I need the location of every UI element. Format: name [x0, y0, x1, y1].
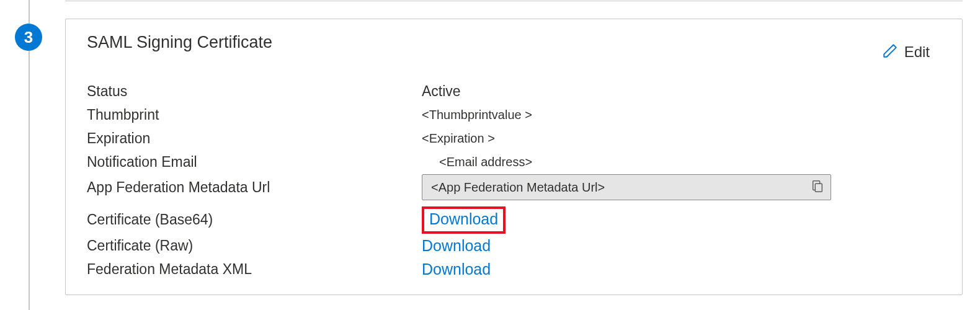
label-cert-base64: Certificate (Base64) — [87, 211, 422, 228]
value-cert-base64: Download — [422, 206, 506, 234]
download-highlight: Download — [422, 206, 506, 234]
download-cert-base64-link[interactable]: Download — [429, 210, 498, 228]
label-cert-raw: Certificate (Raw) — [87, 237, 422, 254]
value-fed-xml: Download — [422, 260, 491, 278]
edit-label: Edit — [904, 43, 930, 61]
divider — [65, 0, 963, 1]
edit-button[interactable]: Edit — [882, 43, 930, 61]
saml-signing-certificate-card: SAML Signing Certificate Edit Status Act… — [65, 19, 963, 295]
metadata-url-field[interactable]: <App Federation Metadata Url> — [422, 174, 831, 200]
label-status: Status — [87, 83, 422, 100]
download-fed-xml-link[interactable]: Download — [422, 260, 491, 278]
copy-button[interactable] — [809, 179, 826, 195]
svg-rect-0 — [815, 184, 822, 192]
label-fed-xml: Federation Metadata XML — [87, 261, 422, 278]
step-number: 3 — [24, 28, 33, 47]
field-rows: Status Active Thumbprint <Thumbprintvalu… — [87, 80, 941, 281]
label-notification-email: Notification Email — [87, 154, 422, 170]
step-badge: 3 — [15, 24, 42, 51]
pencil-icon — [882, 43, 898, 61]
value-expiration: <Expiration > — [422, 131, 495, 146]
row-fed-xml: Federation Metadata XML Download — [87, 259, 941, 281]
row-cert-raw: Certificate (Raw) Download — [87, 235, 941, 257]
value-thumbprint: <Thumbprintvalue > — [422, 108, 532, 122]
row-notification-email: Notification Email <Email address> — [87, 151, 941, 173]
row-cert-base64: Certificate (Base64) Download — [87, 206, 941, 234]
value-status: Active — [422, 83, 461, 100]
value-cert-raw: Download — [422, 237, 491, 255]
copy-icon — [811, 179, 824, 196]
row-thumbprint: Thumbprint <Thumbprintvalue > — [87, 104, 941, 126]
download-cert-raw-link[interactable]: Download — [422, 237, 491, 254]
value-notification-email: <Email address> — [422, 155, 532, 169]
card-title: SAML Signing Certificate — [87, 33, 272, 52]
card-header: SAML Signing Certificate Edit — [87, 33, 941, 61]
value-metadata-url: <App Federation Metadata Url> — [431, 180, 809, 195]
label-expiration: Expiration — [87, 130, 422, 147]
row-metadata-url: App Federation Metadata Url <App Federat… — [87, 174, 941, 200]
label-thumbprint: Thumbprint — [87, 107, 422, 123]
row-status: Status Active — [87, 80, 941, 102]
label-metadata-url: App Federation Metadata Url — [87, 179, 422, 196]
row-expiration: Expiration <Expiration > — [87, 127, 941, 149]
